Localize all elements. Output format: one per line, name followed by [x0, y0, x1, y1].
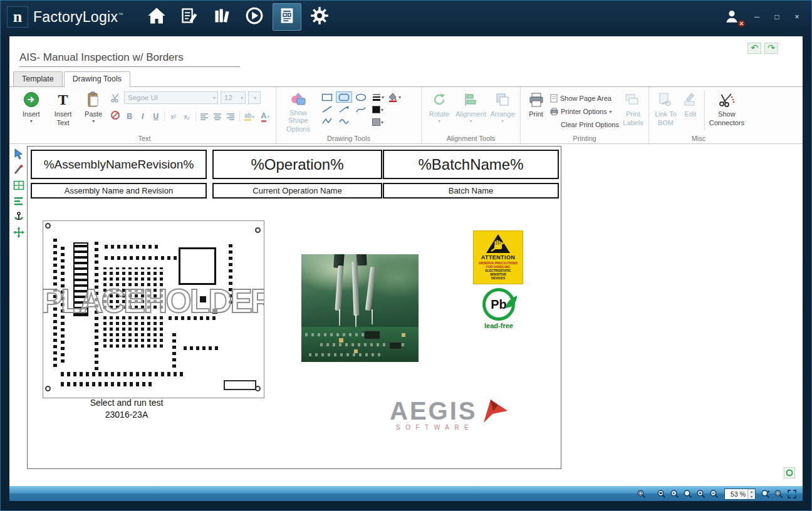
arrange-button[interactable]: Arrange ▾: [489, 90, 516, 133]
highlight-color-button[interactable]: ab▾: [243, 110, 256, 123]
clear-print-options-button[interactable]: Clear Print Options: [550, 119, 619, 130]
fill-color-dropdown[interactable]: ▾: [372, 116, 385, 128]
highlight-caret-icon: ▾: [252, 115, 254, 119]
logout-user-button[interactable]: [724, 8, 742, 26]
field-operation[interactable]: %Operation%: [212, 150, 382, 179]
zoom-decrease-button[interactable]: ▼: [748, 494, 755, 499]
tab-drawing-tools[interactable]: Drawing Tools: [64, 71, 130, 87]
paste-button[interactable]: Paste ▾: [80, 90, 107, 133]
printer-options-caret-icon: ▾: [609, 110, 612, 114]
zoom-in-button[interactable]: [695, 488, 707, 500]
rounded-rectangle-tool-button[interactable]: [336, 91, 352, 103]
lead-free-logo[interactable]: Pb lead-free: [474, 288, 524, 329]
minimize-button[interactable]: ─: [751, 13, 763, 21]
nav-home-button[interactable]: [142, 3, 171, 31]
caption-assembly-name-revision[interactable]: Assembly Name and Revision: [31, 183, 207, 199]
edit-button[interactable]: Edit: [681, 90, 700, 133]
canvas-overview-button[interactable]: [784, 467, 795, 478]
nav-library-button[interactable]: [207, 3, 236, 31]
zoom-previous-button[interactable]: [669, 488, 680, 500]
bold-button[interactable]: B: [124, 110, 135, 123]
zoom-window-button[interactable]: [656, 488, 667, 500]
esd-attention-sign[interactable]: ATTENTION OBSERVE PRECAUTIONS FOR HANDLI…: [473, 230, 523, 284]
pcb-component-strip: [105, 245, 159, 249]
link-to-bom-button[interactable]: Link To BOM: [653, 90, 679, 133]
font-color-button[interactable]: A▾: [259, 110, 272, 123]
insert-text-button[interactable]: T Insert Text: [48, 90, 78, 133]
show-page-area-button[interactable]: Show Page Area: [550, 93, 619, 104]
freeform-tool-button[interactable]: [336, 115, 352, 126]
anchor-tool-button[interactable]: [12, 210, 26, 223]
print-labels-button[interactable]: Print Labels: [622, 90, 645, 133]
nav-navigator-button[interactable]: [240, 3, 269, 31]
line-color-dropdown[interactable]: ▾: [372, 104, 385, 115]
grid-tool-button[interactable]: [12, 179, 26, 192]
move-tool-button[interactable]: [12, 226, 26, 239]
alignment-caret-icon: ▾: [469, 119, 472, 123]
font-family-combo[interactable]: Segoe UI ▾: [124, 91, 218, 104]
zoom-increase-button[interactable]: ▲: [748, 489, 755, 494]
zoom-level-input[interactable]: [725, 489, 747, 498]
zoom-dynamic-button[interactable]: [682, 488, 694, 500]
nav-settings-button[interactable]: [305, 3, 334, 31]
caption-operation[interactable]: Current Operation Name: [212, 183, 382, 199]
field-batch-name[interactable]: %BatchName%: [383, 150, 559, 179]
shape-fill-bucket-dropdown[interactable]: ▾: [387, 91, 402, 103]
nav-forms-button[interactable]: [175, 3, 204, 31]
arrow-tool-button[interactable]: [336, 103, 352, 115]
line-tool-button[interactable]: [319, 103, 335, 115]
rectangle-tool-button[interactable]: [319, 91, 335, 103]
select-tool-button[interactable]: [12, 148, 26, 160]
tab-template[interactable]: Template: [13, 71, 63, 86]
zoom-all-button[interactable]: [773, 488, 784, 500]
subscript-button[interactable]: x₂: [181, 110, 192, 123]
underline-button[interactable]: U: [150, 110, 161, 123]
field-assembly-name-revision[interactable]: %AssemblyNameRevision%: [31, 150, 207, 179]
rotate-button[interactable]: Rotate ▾: [425, 90, 453, 133]
templates-document-icon: [278, 7, 296, 27]
aegis-logo[interactable]: AEGIS SOFTWARE: [390, 398, 508, 431]
font-size-value: 12: [224, 94, 232, 101]
alignment-button[interactable]: Alignment ▾: [455, 90, 486, 133]
probe-pen-tool-button[interactable]: [12, 163, 26, 176]
align-right-button[interactable]: [226, 110, 236, 123]
nav-templates-button[interactable]: [273, 3, 301, 31]
undo-button[interactable]: ↶: [747, 43, 761, 54]
caption-batch-name[interactable]: Batch Name: [383, 183, 559, 199]
ellipse-tool-button[interactable]: [353, 91, 369, 103]
zoom-out-button[interactable]: [709, 488, 720, 500]
align-left-button[interactable]: [199, 110, 209, 123]
polyline-tool-button[interactable]: [319, 115, 335, 126]
clear-formatting-button[interactable]: [109, 110, 122, 121]
inspection-photo[interactable]: [301, 254, 419, 362]
show-connectors-button[interactable]: Show Connectors: [709, 90, 744, 133]
font-extra-combo[interactable]: ▾: [248, 91, 261, 104]
pb-circle: Pb: [482, 288, 515, 321]
trademark-text: ™: [118, 12, 123, 18]
insert-button[interactable]: Insert ▾: [17, 90, 46, 133]
redo-button[interactable]: ↷: [764, 43, 778, 54]
font-size-combo[interactable]: 12 ▾: [221, 91, 246, 104]
pcb-placeholder-image[interactable]: PLACEHOLDER: [43, 220, 264, 398]
print-label: Print: [529, 110, 543, 118]
italic-button[interactable]: I: [137, 110, 148, 123]
curve-tool-button[interactable]: [353, 103, 369, 115]
close-button[interactable]: ×: [791, 13, 803, 21]
label-design-canvas[interactable]: %AssemblyNameRevision% %Operation% %Batc…: [27, 146, 561, 469]
printer-options-button[interactable]: Printer Options ▾: [550, 106, 619, 117]
maximize-button[interactable]: □: [771, 13, 783, 21]
pcb-hole: [45, 386, 51, 391]
align-guides-tool-button[interactable]: [12, 195, 26, 207]
fit-to-screen-button[interactable]: [786, 488, 798, 500]
template-title-field[interactable]: AIS- Manual Inspection w/ Borders: [19, 51, 240, 67]
cut-button[interactable]: [109, 92, 122, 103]
print-button[interactable]: Print: [524, 90, 548, 133]
app-window: n FactoryLogix™: [0, 0, 812, 511]
zoom-selection-button[interactable]: [760, 488, 771, 500]
line-style-dropdown[interactable]: ▾: [372, 91, 385, 103]
zoom-page-button[interactable]: [636, 488, 647, 500]
show-shape-options-button[interactable]: Show Shape Options: [280, 90, 316, 133]
pcb-caption[interactable]: Select and run test 23016-23A: [51, 397, 202, 421]
superscript-button[interactable]: x²: [168, 110, 179, 123]
align-center-button[interactable]: [212, 110, 222, 123]
